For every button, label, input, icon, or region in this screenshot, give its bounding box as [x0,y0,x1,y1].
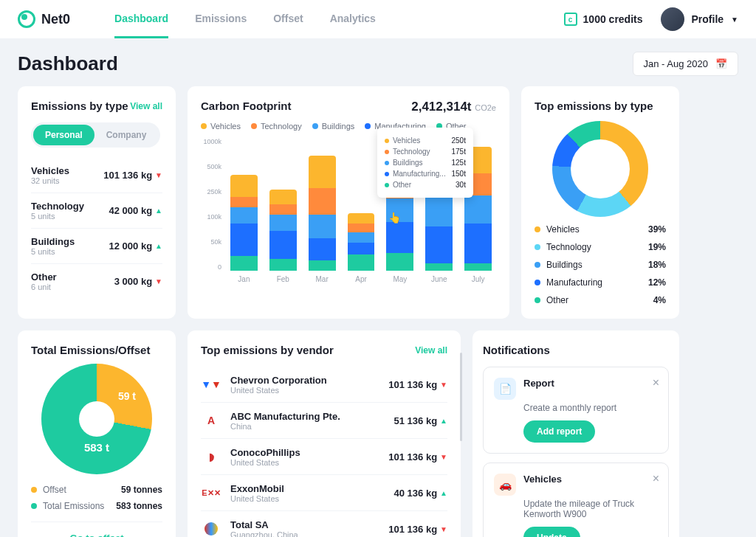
notif-action-button[interactable]: Update [523,527,580,537]
tab-dashboard[interactable]: Dashboard [114,1,168,38]
notif-action-button[interactable]: Add report [523,420,595,443]
logo[interactable]: Net0 [18,10,70,28]
close-icon[interactable]: × [653,376,659,389]
x-tick: Jan [230,275,258,283]
vendor-row[interactable]: ◗ ConocoPhillips United States 101 136 k… [201,439,447,475]
toggle-company[interactable]: Company [94,125,159,145]
y-tick: 1000k [201,138,221,145]
x-tick: Mar [309,275,336,283]
vendor-logo-icon: ▼▼ [201,374,221,395]
offset-legend-row: Offset 59 tonnes [31,485,162,495]
vendor-logo-icon: ◗ [201,446,221,467]
tab-analytics[interactable]: Analytics [330,1,376,38]
chart-bar[interactable] [269,190,297,271]
tv-view-all[interactable]: View all [415,345,447,356]
et-name: Buildings [31,236,75,247]
credits-label: 1000 credits [583,13,643,25]
credits-badge[interactable]: c 1000 credits [564,13,643,26]
nav-tabs: Dashboard Emissions Offset Analytics [114,1,376,38]
toggle-personal[interactable]: Personal [33,125,94,145]
vendor-value: 51 136 kg ▲ [394,415,447,426]
y-tick: 100k [201,213,221,221]
cf-chart: 1000k500k250k100k50k0 Vehicles250tTechno… [201,138,496,271]
tbt-donut [552,121,648,217]
close-icon[interactable]: × [653,472,659,485]
vendor-row[interactable]: E✕✕ ExxonMobil United States 40 136 kg ▲ [201,475,447,511]
vendor-location: United States [230,386,379,395]
x-tick: Apr [348,275,375,283]
date-range-picker[interactable]: Jan - Aug 2020 📅 [633,52,738,76]
vendor-row[interactable]: A ABC Manufacturing Pte. China 51 136 kg… [201,403,447,439]
legend-item: Vehicles [201,122,241,131]
notif-type-icon: 📄 [494,378,516,400]
to-offset-label: 59 t [118,390,136,402]
scrollbar[interactable] [460,353,462,441]
legend-item: Technology [251,122,302,131]
vendor-value: 101 136 kg ▼ [388,524,447,535]
to-donut: 59 t 583 t [41,364,152,474]
et-value: 101 136 kg ▼ [103,170,162,181]
notif-item-title: Report [523,378,554,400]
x-tick: May [386,275,413,283]
calendar-icon: 📅 [715,58,727,69]
cf-total: 2,412,314t CO2e [411,100,496,114]
to-title: Total Emissions/Offset [31,344,162,356]
cf-tooltip: Vehicles250tTechnology175tBuildings125tM… [377,128,473,198]
notif-desc: Create a monthly report [523,403,658,413]
avatar [661,7,684,31]
x-tick: Feb [269,275,297,283]
go-to-offset-link[interactable]: Go to offset [31,522,162,537]
cf-title: Carbon Footprint [201,100,291,114]
y-tick: 50k [201,238,221,246]
x-tick: June [425,275,453,283]
et-sub: 5 units [31,212,84,221]
et-value: 42 000 kg ▲ [109,205,162,216]
card-top-vendor: Top emissions by vendor View all ▼▼ Chev… [188,330,461,537]
offset-legend-row: Total Emissions 583 tonnes [31,501,162,511]
tab-emissions[interactable]: Emissions [195,1,247,38]
y-tick: 0 [201,263,221,271]
brand-name: Net0 [41,12,70,27]
notif-item-title: Vehicles [523,474,562,496]
et-view-all[interactable]: View all [130,101,162,111]
notification-card: × 📄 Report Create a monthly report Add r… [483,367,669,454]
notif-title: Notifications [483,344,669,356]
y-tick: 250k [201,188,221,195]
chevron-down-icon: ▼ [731,15,738,24]
vendor-name: Total SA [230,519,379,530]
vendor-value: 101 136 kg ▼ [388,451,447,462]
vendor-location: China [230,422,385,431]
profile-label: Profile [692,13,724,25]
vendor-logo-icon: E✕✕ [201,482,221,503]
vendor-row[interactable]: ▼▼ Chevron Corporation United States 101… [201,367,447,403]
topbar: Net0 Dashboard Emissions Offset Analytic… [0,0,756,38]
cursor-icon: 👆 [388,212,401,224]
legend-item: Buildings [312,122,355,131]
card-total-offset: Total Emissions/Offset 59 t 583 t Offset… [18,330,176,537]
profile-menu[interactable]: Profile ▼ [661,7,738,31]
vendor-location: United States [230,494,385,503]
type-row: Manufacturing 12% [535,277,666,288]
credits-icon: c [564,13,577,26]
et-row[interactable]: Vehicles 32 units 101 136 kg ▼ [31,158,162,193]
et-sub: 5 units [31,247,75,256]
vendor-name: ExxonMobil [230,483,385,494]
date-range-label: Jan - Aug 2020 [644,58,708,69]
tbt-title: Top emissions by type [535,100,666,112]
vendor-name: ABC Manufacturing Pte. [230,411,385,422]
chart-bar[interactable] [348,213,375,271]
chart-bar[interactable] [230,175,258,271]
vendor-location: Guangzhou, China [230,530,379,538]
et-row[interactable]: Buildings 5 units 12 000 kg ▲ [31,229,162,264]
vendor-value: 40 136 kg ▲ [394,488,447,499]
vendor-logo-icon: A [201,410,221,431]
notif-type-icon: 🚗 [494,474,516,496]
type-row: Buildings 18% [535,260,666,270]
et-row[interactable]: Other 6 unit 3 000 kg ▼ [31,264,162,299]
vendor-value: 101 136 kg ▼ [388,379,447,390]
tab-offset[interactable]: Offset [273,1,303,38]
chart-bar[interactable] [309,156,336,271]
et-row[interactable]: Technology 5 units 42 000 kg ▲ [31,193,162,229]
vendor-row[interactable]: Total SA Guangzhou, China 101 136 kg ▼ [201,511,447,537]
to-total-label: 583 t [84,441,109,454]
